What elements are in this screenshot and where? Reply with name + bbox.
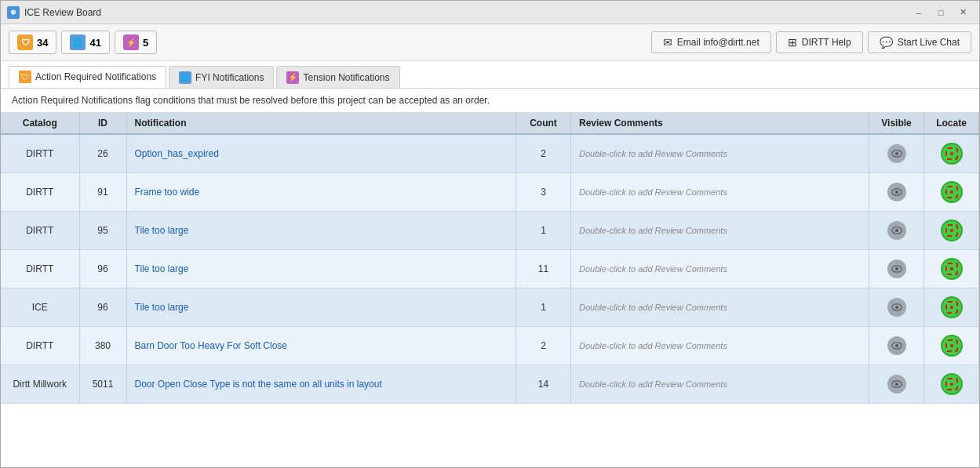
locate-button[interactable] [941,335,963,357]
cell-notification[interactable]: Door Open Close Type is not the same on … [126,365,516,404]
cell-notification[interactable]: Frame too wide [126,173,516,212]
cell-notification[interactable]: Tile too large [126,212,516,250]
cell-comments[interactable]: Double-click to add Review Comments [571,250,869,288]
table-row: Dirtt Millwork 5011 Door Open Close Type… [1,365,979,404]
eye-svg [891,302,902,313]
info-bar: Action Required Notifications flag condi… [1,89,979,113]
cell-locate[interactable] [924,365,979,404]
locate-inner [945,224,958,237]
locate-button[interactable] [941,258,963,280]
eye-svg [891,187,902,198]
cell-id: 26 [79,134,126,173]
cell-locate[interactable] [924,250,979,288]
locate-inner [945,147,958,160]
cell-comments[interactable]: Double-click to add Review Comments [571,288,869,327]
cell-visible[interactable] [869,134,924,173]
locate-dot [950,383,953,386]
cell-catalog: Dirtt Millwork [1,365,79,404]
locate-dot [950,306,953,309]
locate-button[interactable] [941,143,963,165]
tension-count: 5 [143,37,148,49]
fyi-count-button[interactable]: 🌐 41 [61,31,109,54]
tab-tension-icon: ⚡ [286,71,299,84]
close-button[interactable]: ✕ [953,5,973,20]
cell-visible[interactable] [869,365,924,404]
header-count: Count [516,113,571,134]
visible-eye-icon[interactable] [887,298,906,317]
locate-dot [950,190,953,194]
locate-button[interactable] [941,219,963,241]
table-header-row: Catalog ID Notification Count Review Com… [1,113,979,134]
cell-locate[interactable] [924,212,979,250]
cell-visible[interactable] [869,250,924,288]
cell-visible[interactable] [869,327,924,365]
locate-inner [945,263,958,275]
tab-tension[interactable]: ⚡ Tension Notifications [276,66,399,88]
tab-action-required[interactable]: 🛡 Action Required Notifications [9,66,166,88]
visible-eye-icon[interactable] [887,144,906,163]
visible-eye-icon[interactable] [887,221,906,240]
email-icon: ✉ [663,36,672,49]
cell-catalog: ICE [1,288,79,327]
cell-count: 3 [516,173,571,212]
table-row: DIRTT 380 Barn Door Too Heavy For Soft C… [1,327,979,365]
cell-notification[interactable]: Tile too large [126,288,516,327]
visible-eye-icon[interactable] [887,336,906,355]
cell-locate[interactable] [924,327,979,365]
eye-svg [891,148,902,159]
table-row: DIRTT 91 Frame too wide 3 Double-click t… [1,173,979,212]
visible-eye-icon[interactable] [887,375,906,394]
cell-id: 95 [79,212,126,250]
cell-notification[interactable]: Tile too large [126,250,516,288]
eye-svg [891,225,902,236]
title-bar: ❄ ICE Review Board – □ ✕ [1,1,979,24]
visible-eye-icon[interactable] [887,183,906,201]
svg-point-3 [894,190,898,194]
cell-locate[interactable] [924,134,979,173]
header-id: ID [79,113,126,134]
tab-fyi[interactable]: 🌐 FYI Notifications [169,66,274,88]
window-controls: – □ ✕ [909,5,973,20]
table-row: ICE 96 Tile too large 1 Double-click to … [1,288,979,327]
maximize-button[interactable]: □ [931,5,951,20]
svg-point-5 [894,229,898,232]
cell-comments[interactable]: Double-click to add Review Comments [571,327,869,365]
cell-count: 2 [516,327,571,365]
action-count: 34 [37,37,48,49]
locate-dot [950,344,953,347]
cell-comments[interactable]: Double-click to add Review Comments [571,134,869,173]
locate-button[interactable] [941,181,963,203]
toolbar: 🛡 34 🌐 41 ⚡ 5 ✉ Email info@dirtt.net ⊞ D… [1,24,979,61]
cell-count: 11 [516,250,571,288]
help-icon: ⊞ [788,36,797,49]
action-count-button[interactable]: 🛡 34 [9,31,56,54]
app-icon: ❄ [7,6,20,19]
tab-globe-icon: 🌐 [179,71,191,84]
cell-visible[interactable] [869,212,924,250]
cell-visible[interactable] [869,288,924,327]
cell-comments[interactable]: Double-click to add Review Comments [571,173,869,212]
cell-visible[interactable] [869,173,924,212]
cell-count: 2 [516,134,571,173]
header-catalog: Catalog [1,113,79,134]
cell-locate[interactable] [924,288,979,327]
chat-button[interactable]: 💬 Start Live Chat [868,31,971,53]
minimize-button[interactable]: – [909,5,929,20]
locate-button[interactable] [941,296,963,318]
cell-comments[interactable]: Double-click to add Review Comments [571,212,869,250]
cell-notification[interactable]: Barn Door Too Heavy For Soft Close [126,327,516,365]
locate-inner [945,186,958,198]
visible-eye-icon[interactable] [887,259,906,278]
svg-point-11 [894,344,898,347]
cell-count: 1 [516,212,571,250]
cell-notification[interactable]: Option_has_expired [126,134,516,173]
header-notification: Notification [126,113,516,134]
help-button[interactable]: ⊞ DIRTT Help [776,31,863,53]
tension-count-button[interactable]: ⚡ 5 [115,31,157,54]
email-button[interactable]: ✉ Email info@dirtt.net [651,31,771,53]
locate-button[interactable] [941,373,963,395]
cell-count: 14 [516,365,571,404]
globe-icon: 🌐 [70,34,86,50]
cell-locate[interactable] [924,173,979,212]
cell-comments[interactable]: Double-click to add Review Comments [571,365,869,404]
